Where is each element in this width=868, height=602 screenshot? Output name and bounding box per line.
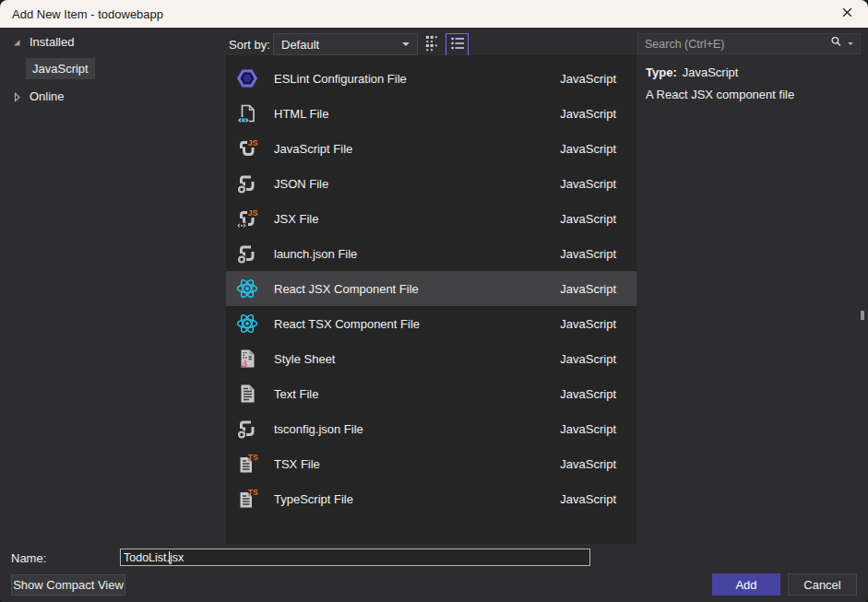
grid-view-button[interactable] xyxy=(422,34,444,55)
template-language: JavaScript xyxy=(560,72,616,86)
collapsed-triangle-icon[interactable] xyxy=(11,91,22,102)
template-language: JavaScript xyxy=(560,247,616,261)
search-icon[interactable] xyxy=(829,35,843,53)
template-row[interactable]: JSON FileJavaScript xyxy=(226,166,636,201)
cancel-button[interactable]: Cancel xyxy=(788,573,857,596)
react-icon xyxy=(235,277,259,301)
json-icon xyxy=(235,171,259,195)
template-row[interactable]: React JSX Component FileJavaScript xyxy=(226,271,636,306)
sort-dropdown[interactable]: Default xyxy=(273,33,418,55)
svg-text:JS: JS xyxy=(248,138,258,148)
template-name: JSON File xyxy=(274,177,560,191)
template-language: JavaScript xyxy=(560,457,616,471)
expanded-triangle-icon[interactable] xyxy=(11,37,22,48)
scrollbar-thumb[interactable] xyxy=(861,311,864,320)
template-language: JavaScript xyxy=(560,177,616,191)
close-icon xyxy=(841,6,853,22)
template-row[interactable]: React TSX Component FileJavaScript xyxy=(226,306,636,341)
dialog-title: Add New Item - todowebapp xyxy=(12,7,163,21)
close-button[interactable] xyxy=(826,0,868,28)
add-new-item-dialog: Add New Item - todowebapp Installed Java… xyxy=(0,0,868,602)
template-name: React JSX Component File xyxy=(274,282,560,296)
json-icon xyxy=(235,242,259,266)
template-language: JavaScript xyxy=(560,387,616,401)
sidebar-item-javascript[interactable]: JavaScript xyxy=(26,58,95,79)
template-language: JavaScript xyxy=(560,212,616,226)
template-row[interactable]: TSTSX FileJavaScript xyxy=(226,446,636,481)
template-list: ESLint Configuration FileJavaScriptHTML … xyxy=(226,55,636,544)
jsx-icon: JS xyxy=(235,207,259,230)
template-name: launch.json File xyxy=(274,247,560,261)
chevron-down-icon[interactable] xyxy=(848,42,853,45)
svg-text:JS: JS xyxy=(248,208,258,218)
template-name: Style Sheet xyxy=(274,352,560,366)
template-row[interactable]: AStyle SheetJavaScript xyxy=(226,341,636,376)
list-view-button[interactable] xyxy=(446,33,469,56)
template-name: tsconfig.json File xyxy=(274,422,560,436)
sort-by-label: Sort by: xyxy=(229,38,270,52)
template-type-line: Type:JavaScript xyxy=(646,65,738,79)
template-name: JavaScript File xyxy=(274,142,560,156)
template-name: HTML File xyxy=(274,107,560,121)
search-placeholder: Search (Ctrl+E) xyxy=(645,38,829,51)
json-icon xyxy=(235,417,259,441)
template-name: Text File xyxy=(274,387,560,401)
svg-text:TS: TS xyxy=(248,453,258,462)
eslint-icon xyxy=(235,66,259,90)
react-icon xyxy=(235,312,259,336)
template-row[interactable]: ESLint Configuration FileJavaScript xyxy=(226,61,636,96)
sidebar-item-label: Online xyxy=(30,89,65,103)
ts-icon: TS xyxy=(235,452,259,476)
template-row[interactable]: Text FileJavaScript xyxy=(226,376,636,411)
name-input[interactable]: TodoList.jsx xyxy=(120,549,590,566)
template-name: TypeScript File xyxy=(274,492,560,506)
ts-icon: TS xyxy=(235,487,259,511)
text-icon xyxy=(235,382,259,406)
template-language: JavaScript xyxy=(560,492,616,506)
show-compact-view-button[interactable]: Show Compact View xyxy=(11,574,125,596)
sidebar-item-online[interactable]: Online xyxy=(11,89,65,103)
template-name: JSX File xyxy=(274,212,560,226)
text-cursor xyxy=(169,551,170,563)
template-row[interactable]: JSJSX FileJavaScript xyxy=(226,201,636,236)
template-language: JavaScript xyxy=(560,422,616,436)
grid-view-icon xyxy=(423,33,443,57)
template-row[interactable]: HTML FileJavaScript xyxy=(226,96,636,131)
svg-text:TS: TS xyxy=(248,488,258,497)
sidebar-item-label: Installed xyxy=(30,35,74,49)
template-language: JavaScript xyxy=(560,317,616,331)
add-button[interactable]: Add xyxy=(712,573,780,596)
template-name: TSX File xyxy=(274,457,560,471)
template-language: JavaScript xyxy=(560,107,616,121)
template-row[interactable]: tsconfig.json FileJavaScript xyxy=(226,411,636,446)
template-row[interactable]: launch.json FileJavaScript xyxy=(226,236,636,271)
template-row[interactable]: TSTypeScript FileJavaScript xyxy=(226,481,636,516)
template-language: JavaScript xyxy=(560,282,616,296)
type-value: JavaScript xyxy=(683,65,739,79)
template-language: JavaScript xyxy=(560,142,616,156)
type-label: Type: xyxy=(646,65,677,79)
search-input[interactable]: Search (Ctrl+E) xyxy=(637,33,861,54)
titlebar: Add New Item - todowebapp xyxy=(0,0,868,28)
list-view-icon xyxy=(448,34,467,56)
stylesheet-icon: A xyxy=(235,347,259,371)
sidebar-item-label: JavaScript xyxy=(32,62,89,76)
sort-dropdown-value: Default xyxy=(281,38,402,52)
template-language: JavaScript xyxy=(560,352,616,366)
template-description: A React JSX component file xyxy=(646,88,794,101)
html-icon xyxy=(235,101,259,125)
js-icon: JS xyxy=(235,136,259,160)
template-row[interactable]: JSJavaScript FileJavaScript xyxy=(226,131,636,166)
template-name: ESLint Configuration File xyxy=(274,72,560,86)
template-name: React TSX Component File xyxy=(274,317,560,331)
name-label: Name: xyxy=(11,551,46,565)
sidebar-item-installed[interactable]: Installed xyxy=(11,35,74,49)
name-input-value: TodoList.jsx xyxy=(124,551,184,564)
chevron-down-icon xyxy=(402,42,410,46)
